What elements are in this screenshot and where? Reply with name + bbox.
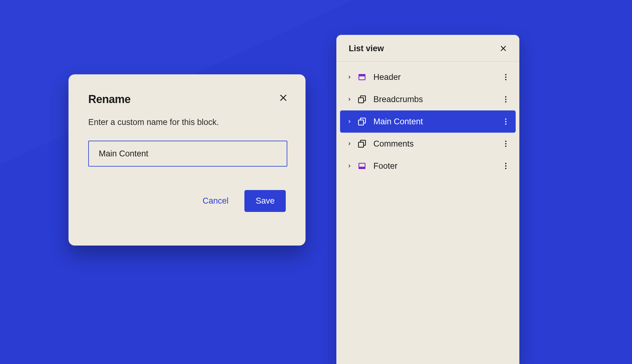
dialog-header: Rename bbox=[88, 93, 286, 106]
panel-header: List view bbox=[336, 35, 519, 62]
list-item-footer[interactable]: Footer bbox=[340, 155, 516, 177]
more-vertical-icon bbox=[505, 74, 507, 81]
list-item-main-content[interactable]: Main Content bbox=[340, 110, 516, 133]
panel-title: List view bbox=[349, 44, 384, 53]
dialog-title: Rename bbox=[88, 93, 131, 106]
dialog-actions: Cancel Save bbox=[88, 190, 286, 212]
chevron-right-icon[interactable] bbox=[346, 75, 352, 79]
svg-point-21 bbox=[505, 141, 506, 142]
dialog-description: Enter a custom name for this block. bbox=[88, 118, 286, 127]
more-vertical-icon bbox=[505, 118, 507, 125]
list-item-header[interactable]: Header bbox=[340, 66, 516, 88]
list-item-label: Footer bbox=[373, 161, 502, 171]
svg-rect-15 bbox=[359, 120, 364, 125]
close-button[interactable] bbox=[277, 92, 289, 104]
svg-point-8 bbox=[505, 79, 506, 80]
svg-point-7 bbox=[505, 77, 506, 78]
block-name-input[interactable] bbox=[88, 141, 287, 167]
svg-point-16 bbox=[505, 118, 506, 120]
more-options-button[interactable] bbox=[502, 140, 509, 147]
svg-point-6 bbox=[505, 74, 506, 75]
svg-point-17 bbox=[505, 121, 506, 122]
group-block-icon bbox=[357, 117, 367, 126]
footer-block-icon bbox=[357, 161, 367, 171]
rename-dialog: Rename Enter a custom name for this bloc… bbox=[69, 74, 306, 246]
svg-point-18 bbox=[505, 123, 506, 125]
chevron-right-icon[interactable] bbox=[346, 142, 352, 146]
list-item-comments[interactable]: Comments bbox=[340, 133, 516, 155]
chevron-right-icon[interactable] bbox=[346, 97, 352, 101]
more-vertical-icon bbox=[505, 163, 507, 169]
list-view-panel: List view Header bbox=[336, 35, 519, 364]
more-options-button[interactable] bbox=[502, 96, 509, 103]
svg-rect-10 bbox=[359, 98, 364, 103]
list-item-breadcrumbs[interactable]: Breadcrumbs bbox=[340, 88, 516, 110]
more-options-button[interactable] bbox=[502, 73, 509, 81]
more-options-button[interactable] bbox=[502, 118, 509, 125]
svg-point-23 bbox=[505, 146, 506, 147]
panel-close-button[interactable] bbox=[498, 43, 508, 53]
svg-point-12 bbox=[505, 99, 506, 100]
close-icon bbox=[278, 93, 288, 103]
close-icon bbox=[499, 44, 507, 52]
more-vertical-icon bbox=[505, 140, 507, 147]
chevron-right-icon[interactable] bbox=[346, 119, 352, 124]
svg-rect-20 bbox=[359, 142, 364, 147]
header-block-icon bbox=[357, 72, 367, 82]
more-vertical-icon bbox=[505, 96, 507, 103]
group-block-icon bbox=[357, 139, 367, 148]
group-block-icon bbox=[357, 95, 367, 104]
svg-point-13 bbox=[505, 101, 506, 102]
svg-point-26 bbox=[505, 163, 506, 164]
svg-rect-5 bbox=[359, 77, 365, 80]
svg-rect-25 bbox=[359, 164, 365, 167]
more-options-button[interactable] bbox=[502, 162, 509, 170]
cancel-button[interactable]: Cancel bbox=[196, 191, 235, 211]
save-button[interactable]: Save bbox=[244, 190, 286, 212]
list-item-label: Comments bbox=[373, 139, 502, 149]
list-item-label: Header bbox=[373, 72, 502, 82]
list-item-label: Main Content bbox=[373, 117, 502, 126]
svg-point-28 bbox=[505, 168, 506, 169]
list-items: Header Breadcrumbs bbox=[336, 62, 519, 181]
svg-point-22 bbox=[505, 143, 506, 144]
svg-point-11 bbox=[505, 96, 506, 97]
chevron-right-icon[interactable] bbox=[346, 164, 352, 168]
list-item-label: Breadcrumbs bbox=[373, 95, 502, 104]
svg-point-27 bbox=[505, 165, 506, 167]
